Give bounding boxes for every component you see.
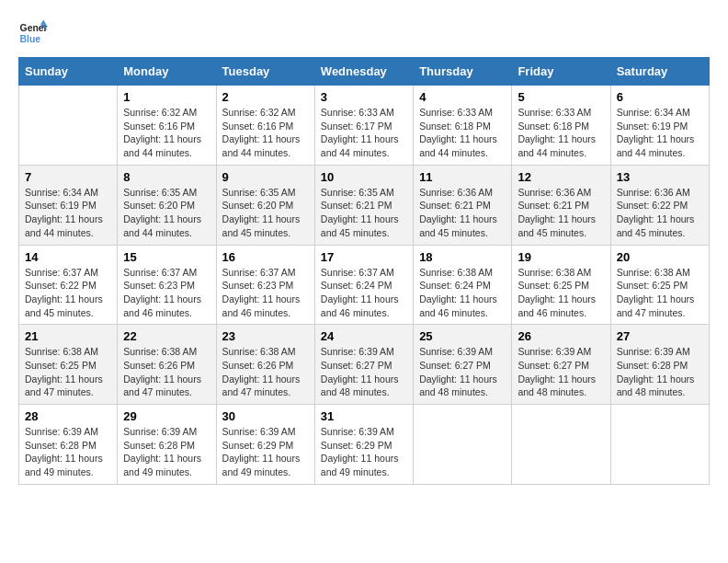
day-number: 3	[321, 90, 407, 104]
day-info: Sunrise: 6:39 AM Sunset: 6:29 PM Dayligh…	[222, 425, 309, 479]
weekday-header-saturday: Saturday	[610, 58, 709, 86]
calendar-cell: 9Sunrise: 6:35 AM Sunset: 6:20 PM Daylig…	[216, 165, 314, 245]
day-number: 15	[123, 250, 210, 264]
calendar-cell: 27Sunrise: 6:39 AM Sunset: 6:28 PM Dayli…	[610, 325, 709, 405]
weekday-header-wednesday: Wednesday	[314, 58, 413, 86]
day-number: 14	[25, 250, 111, 264]
day-info: Sunrise: 6:38 AM Sunset: 6:24 PM Dayligh…	[419, 266, 506, 320]
calendar-cell: 14Sunrise: 6:37 AM Sunset: 6:22 PM Dayli…	[19, 245, 118, 325]
calendar-cell: 30Sunrise: 6:39 AM Sunset: 6:29 PM Dayli…	[216, 405, 314, 485]
day-info: Sunrise: 6:35 AM Sunset: 6:20 PM Dayligh…	[123, 186, 210, 240]
weekday-header-sunday: Sunday	[19, 58, 118, 86]
calendar-cell: 15Sunrise: 6:37 AM Sunset: 6:23 PM Dayli…	[118, 245, 216, 325]
calendar-cell: 12Sunrise: 6:36 AM Sunset: 6:21 PM Dayli…	[512, 165, 610, 245]
day-info: Sunrise: 6:33 AM Sunset: 6:18 PM Dayligh…	[518, 106, 604, 160]
page-header: General Blue	[18, 18, 710, 48]
day-number: 7	[25, 170, 111, 184]
calendar-cell: 17Sunrise: 6:37 AM Sunset: 6:24 PM Dayli…	[314, 245, 413, 325]
day-info: Sunrise: 6:33 AM Sunset: 6:18 PM Dayligh…	[419, 106, 506, 160]
day-number: 18	[419, 250, 506, 264]
weekday-header-tuesday: Tuesday	[216, 58, 314, 86]
calendar-cell: 22Sunrise: 6:38 AM Sunset: 6:26 PM Dayli…	[118, 325, 216, 405]
day-number: 12	[518, 170, 604, 184]
day-number: 31	[321, 409, 407, 423]
calendar-cell: 23Sunrise: 6:38 AM Sunset: 6:26 PM Dayli…	[216, 325, 314, 405]
day-number: 26	[518, 329, 604, 343]
calendar-cell: 8Sunrise: 6:35 AM Sunset: 6:20 PM Daylig…	[118, 165, 216, 245]
day-info: Sunrise: 6:37 AM Sunset: 6:24 PM Dayligh…	[321, 266, 407, 320]
day-number: 29	[123, 409, 210, 423]
calendar-cell: 21Sunrise: 6:38 AM Sunset: 6:25 PM Dayli…	[19, 325, 118, 405]
day-number: 17	[321, 250, 407, 264]
day-number: 20	[617, 250, 703, 264]
day-info: Sunrise: 6:35 AM Sunset: 6:21 PM Dayligh…	[321, 186, 407, 240]
calendar-cell: 25Sunrise: 6:39 AM Sunset: 6:27 PM Dayli…	[414, 325, 512, 405]
day-info: Sunrise: 6:38 AM Sunset: 6:25 PM Dayligh…	[518, 266, 604, 320]
calendar-cell: 11Sunrise: 6:36 AM Sunset: 6:21 PM Dayli…	[414, 165, 512, 245]
day-number: 6	[617, 90, 703, 104]
day-info: Sunrise: 6:37 AM Sunset: 6:23 PM Dayligh…	[222, 266, 309, 320]
calendar-cell: 7Sunrise: 6:34 AM Sunset: 6:19 PM Daylig…	[19, 165, 118, 245]
calendar-cell	[610, 405, 709, 485]
logo: General Blue	[18, 18, 48, 48]
calendar-cell: 26Sunrise: 6:39 AM Sunset: 6:27 PM Dayli…	[512, 325, 610, 405]
calendar-cell: 6Sunrise: 6:34 AM Sunset: 6:19 PM Daylig…	[610, 86, 709, 166]
calendar-cell	[414, 405, 512, 485]
calendar-cell: 19Sunrise: 6:38 AM Sunset: 6:25 PM Dayli…	[512, 245, 610, 325]
day-info: Sunrise: 6:37 AM Sunset: 6:22 PM Dayligh…	[25, 266, 111, 320]
day-number: 30	[222, 409, 309, 423]
calendar-table: SundayMondayTuesdayWednesdayThursdayFrid…	[18, 57, 710, 485]
calendar-week-row: 7Sunrise: 6:34 AM Sunset: 6:19 PM Daylig…	[19, 165, 710, 245]
day-info: Sunrise: 6:39 AM Sunset: 6:29 PM Dayligh…	[321, 425, 407, 479]
logo-icon: General Blue	[18, 18, 48, 48]
day-number: 24	[321, 329, 407, 343]
calendar-cell: 1Sunrise: 6:32 AM Sunset: 6:16 PM Daylig…	[118, 86, 216, 166]
day-info: Sunrise: 6:39 AM Sunset: 6:27 PM Dayligh…	[321, 345, 407, 399]
calendar-cell: 5Sunrise: 6:33 AM Sunset: 6:18 PM Daylig…	[512, 86, 610, 166]
day-info: Sunrise: 6:37 AM Sunset: 6:23 PM Dayligh…	[123, 266, 210, 320]
calendar-week-row: 1Sunrise: 6:32 AM Sunset: 6:16 PM Daylig…	[19, 86, 710, 166]
calendar-cell: 18Sunrise: 6:38 AM Sunset: 6:24 PM Dayli…	[414, 245, 512, 325]
day-info: Sunrise: 6:38 AM Sunset: 6:26 PM Dayligh…	[222, 345, 309, 399]
day-info: Sunrise: 6:34 AM Sunset: 6:19 PM Dayligh…	[617, 106, 703, 160]
day-info: Sunrise: 6:39 AM Sunset: 6:27 PM Dayligh…	[419, 345, 506, 399]
day-number: 10	[321, 170, 407, 184]
calendar-cell: 4Sunrise: 6:33 AM Sunset: 6:18 PM Daylig…	[414, 86, 512, 166]
day-number: 22	[123, 329, 210, 343]
svg-text:Blue: Blue	[20, 34, 41, 44]
day-number: 5	[518, 90, 604, 104]
calendar-cell: 13Sunrise: 6:36 AM Sunset: 6:22 PM Dayli…	[610, 165, 709, 245]
day-info: Sunrise: 6:39 AM Sunset: 6:28 PM Dayligh…	[123, 425, 210, 479]
weekday-header-friday: Friday	[512, 58, 610, 86]
day-number: 27	[617, 329, 703, 343]
day-number: 19	[518, 250, 604, 264]
day-info: Sunrise: 6:35 AM Sunset: 6:20 PM Dayligh…	[222, 186, 309, 240]
day-info: Sunrise: 6:39 AM Sunset: 6:27 PM Dayligh…	[518, 345, 604, 399]
day-info: Sunrise: 6:36 AM Sunset: 6:21 PM Dayligh…	[518, 186, 604, 240]
day-info: Sunrise: 6:38 AM Sunset: 6:25 PM Dayligh…	[25, 345, 111, 399]
weekday-header-row: SundayMondayTuesdayWednesdayThursdayFrid…	[19, 58, 710, 86]
calendar-cell	[19, 86, 118, 166]
calendar-cell: 20Sunrise: 6:38 AM Sunset: 6:25 PM Dayli…	[610, 245, 709, 325]
day-number: 28	[25, 409, 111, 423]
day-info: Sunrise: 6:39 AM Sunset: 6:28 PM Dayligh…	[617, 345, 703, 399]
day-info: Sunrise: 6:34 AM Sunset: 6:19 PM Dayligh…	[25, 186, 111, 240]
day-info: Sunrise: 6:32 AM Sunset: 6:16 PM Dayligh…	[123, 106, 210, 160]
day-number: 23	[222, 329, 309, 343]
weekday-header-monday: Monday	[118, 58, 216, 86]
calendar-cell: 31Sunrise: 6:39 AM Sunset: 6:29 PM Dayli…	[314, 405, 413, 485]
day-info: Sunrise: 6:38 AM Sunset: 6:25 PM Dayligh…	[617, 266, 703, 320]
day-info: Sunrise: 6:36 AM Sunset: 6:22 PM Dayligh…	[617, 186, 703, 240]
day-number: 1	[123, 90, 210, 104]
day-info: Sunrise: 6:38 AM Sunset: 6:26 PM Dayligh…	[123, 345, 210, 399]
calendar-cell: 29Sunrise: 6:39 AM Sunset: 6:28 PM Dayli…	[118, 405, 216, 485]
day-number: 13	[617, 170, 703, 184]
calendar-week-row: 21Sunrise: 6:38 AM Sunset: 6:25 PM Dayli…	[19, 325, 710, 405]
day-number: 8	[123, 170, 210, 184]
calendar-cell: 3Sunrise: 6:33 AM Sunset: 6:17 PM Daylig…	[314, 86, 413, 166]
calendar-cell: 24Sunrise: 6:39 AM Sunset: 6:27 PM Dayli…	[314, 325, 413, 405]
day-number: 4	[419, 90, 506, 104]
day-info: Sunrise: 6:39 AM Sunset: 6:28 PM Dayligh…	[25, 425, 111, 479]
day-number: 11	[419, 170, 506, 184]
day-number: 2	[222, 90, 309, 104]
